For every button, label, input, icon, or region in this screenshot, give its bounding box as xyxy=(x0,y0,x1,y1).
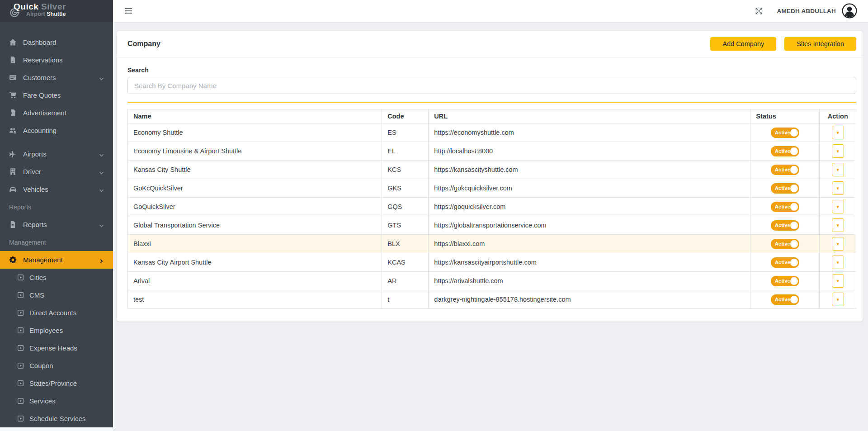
sidebar-item-states-province[interactable]: States/Province xyxy=(0,374,113,392)
cell-name: GoKcQuickSilver xyxy=(128,179,382,198)
sites-integration-button[interactable]: Sites Integration xyxy=(784,37,856,51)
toggle-knob xyxy=(790,166,798,174)
brand-sub-1: Airport xyxy=(26,11,45,17)
brand-name-1: Quick xyxy=(14,2,38,11)
action-dropdown-button[interactable]: ▾ xyxy=(832,237,844,251)
search-input[interactable] xyxy=(127,77,856,94)
cell-code: GTS xyxy=(382,216,429,235)
add-company-button[interactable]: Add Company xyxy=(710,37,776,51)
sidebar-item-label: Vehicles xyxy=(23,185,99,193)
action-dropdown-button[interactable]: ▾ xyxy=(832,256,844,269)
sidebar-item-coupon[interactable]: Coupon xyxy=(0,357,113,374)
table-row: Kansas City Airport ShuttleKCAShttps://k… xyxy=(128,253,856,272)
hamburger-menu-icon[interactable] xyxy=(125,7,132,15)
sidebar-item-reports[interactable]: Reports xyxy=(0,216,113,233)
status-toggle-label: Active xyxy=(775,223,790,228)
sidebar-item-expense-heads[interactable]: Expense Heads xyxy=(0,339,113,357)
sidebar-item-accounting[interactable]: Accounting xyxy=(0,122,113,139)
brand-sub-2: Shuttle xyxy=(47,11,66,17)
table-row: GoQuickSilverGQShttps://goquicksilver.co… xyxy=(128,198,856,216)
cell-status: Active xyxy=(750,179,820,198)
action-dropdown-button[interactable]: ▾ xyxy=(832,293,844,306)
status-toggle[interactable]: Active xyxy=(771,146,799,156)
caret-down-icon: ▾ xyxy=(836,260,839,265)
caret-down-icon: ▾ xyxy=(836,148,839,154)
action-dropdown-button[interactable]: ▾ xyxy=(832,163,844,176)
sidebar-item-label: States/Province xyxy=(29,379,104,387)
sidebar-item-management[interactable]: Management xyxy=(0,251,113,269)
sidebar-item-driver[interactable]: Driver xyxy=(0,163,113,180)
table-row: GoKcQuickSilverGKShttps://gokcquicksilve… xyxy=(128,179,856,198)
sidebar-item-employees[interactable]: Employees xyxy=(0,322,113,339)
sidebar-item-vehicles[interactable]: Vehicles xyxy=(0,180,113,198)
sidebar-item-services[interactable]: Services xyxy=(0,392,113,410)
page-title: Company xyxy=(127,40,160,48)
column-header-code: Code xyxy=(382,109,429,123)
table-row: Global Transportation ServiceGTShttps://… xyxy=(128,216,856,235)
caret-down-icon: ▾ xyxy=(836,204,839,210)
sidebar-item-label: Airports xyxy=(23,150,99,158)
action-dropdown-button[interactable]: ▾ xyxy=(832,144,844,158)
sidebar-item-label: Coupon xyxy=(29,362,104,369)
sidebar-item-customers[interactable]: Customers xyxy=(0,69,113,86)
caret-down-icon: ▾ xyxy=(836,185,839,191)
action-dropdown-button[interactable]: ▾ xyxy=(832,126,844,139)
status-toggle[interactable]: Active xyxy=(771,276,799,286)
sidebar-item-fare-quotes[interactable]: Fare Quotes xyxy=(0,86,113,104)
sidebar-item-reservations[interactable]: Reservations xyxy=(0,51,113,69)
action-dropdown-button[interactable]: ▾ xyxy=(832,274,844,288)
sidebar-item-label: Management xyxy=(23,256,99,264)
status-toggle[interactable]: Active xyxy=(771,202,799,212)
column-header-status: Status xyxy=(750,109,820,123)
chevron-right-icon xyxy=(99,257,104,262)
chevron-down-icon xyxy=(99,187,104,192)
status-toggle[interactable]: Active xyxy=(771,294,799,305)
sidebar-item-sites[interactable]: Sites xyxy=(0,427,113,431)
toggle-knob xyxy=(790,277,798,285)
toggle-knob xyxy=(790,240,798,248)
sidebar-item-label: Reports xyxy=(23,221,99,228)
cell-action: ▾ xyxy=(820,216,856,235)
cell-url: https://arivalshuttle.com xyxy=(429,272,750,290)
building-icon xyxy=(9,168,17,175)
status-toggle[interactable]: Active xyxy=(771,220,799,231)
status-toggle-label: Active xyxy=(775,241,790,246)
company-card: Company Add Company Sites Integration Se… xyxy=(117,31,863,322)
users-gear-icon xyxy=(9,127,17,134)
box-caret-icon xyxy=(17,292,24,298)
cell-code: EL xyxy=(382,142,429,161)
toggle-knob xyxy=(790,296,798,303)
action-dropdown-button[interactable]: ▾ xyxy=(832,181,844,195)
sidebar-item-dashboard[interactable]: Dashboard xyxy=(0,33,113,51)
avatar[interactable] xyxy=(842,3,857,19)
status-toggle[interactable]: Active xyxy=(771,239,799,249)
cell-code: ES xyxy=(382,123,429,142)
status-toggle[interactable]: Active xyxy=(771,165,799,175)
table-body: Economy ShuttleEShttps://economyshuttle.… xyxy=(128,123,856,309)
cell-url: https://globaltransportationservice.com xyxy=(429,216,750,235)
sidebar-item-label: Reservations xyxy=(23,56,104,64)
cell-url: http://localhost:8000 xyxy=(429,142,750,161)
sidebar-item-cities[interactable]: Cities xyxy=(0,269,113,286)
status-toggle-label: Active xyxy=(775,260,790,265)
status-toggle[interactable]: Active xyxy=(771,257,799,268)
card-icon xyxy=(9,74,17,81)
fullscreen-icon[interactable] xyxy=(755,7,763,15)
action-dropdown-button[interactable]: ▾ xyxy=(832,218,844,232)
sidebar-item-airports[interactable]: Airports xyxy=(0,145,113,163)
cell-status: Active xyxy=(750,198,820,216)
action-dropdown-button[interactable]: ▾ xyxy=(832,200,844,213)
user-name[interactable]: AMEDH ABDULLAH xyxy=(777,8,836,14)
sidebar-item-schedule-services[interactable]: Schedule Services xyxy=(0,410,113,427)
box-caret-icon xyxy=(17,398,24,404)
status-toggle[interactable]: Active xyxy=(771,128,799,138)
sidebar-item-direct-accounts[interactable]: Direct Accounts xyxy=(0,304,113,322)
caret-down-icon: ▾ xyxy=(836,130,839,136)
cell-url: https://goquicksilver.com xyxy=(429,198,750,216)
sidebar-item-cms[interactable]: CMS xyxy=(0,286,113,304)
status-toggle-label: Active xyxy=(775,148,790,154)
status-toggle[interactable]: Active xyxy=(771,183,799,194)
cell-status: Active xyxy=(750,253,820,272)
sidebar-item-advertisement[interactable]: Advertisement xyxy=(0,104,113,122)
brand-text: Quick Silver Airport Shuttle xyxy=(14,2,66,17)
